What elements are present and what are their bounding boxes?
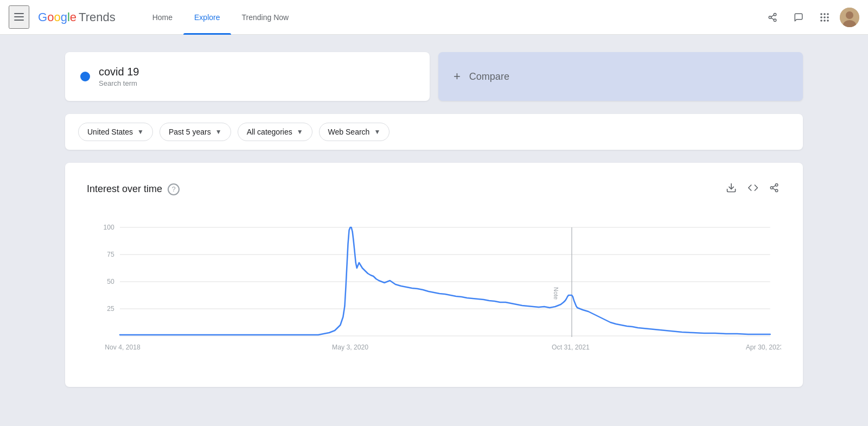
svg-line-7 xyxy=(771,15,774,16)
svg-point-14 xyxy=(820,20,822,22)
nav-explore[interactable]: Explore xyxy=(183,0,231,35)
chart-title: Interest over time xyxy=(87,183,162,195)
header-right xyxy=(762,7,859,28)
feedback-button[interactable] xyxy=(788,7,809,28)
interest-over-time-chart: 100 75 50 25 Note Nov 4, 2018 May 3, 202… xyxy=(87,211,781,363)
chart-header: Interest over time ? xyxy=(87,180,781,198)
svg-point-8 xyxy=(820,13,822,15)
time-filter[interactable]: Past 5 years ▼ xyxy=(159,123,231,141)
svg-rect-2 xyxy=(14,20,24,21)
time-dropdown-arrow: ▼ xyxy=(215,128,222,136)
search-term: covid 19 xyxy=(99,66,139,78)
download-button[interactable] xyxy=(724,180,739,198)
svg-point-16 xyxy=(827,20,829,22)
svg-point-10 xyxy=(827,13,829,15)
svg-text:Nov 4, 2018: Nov 4, 2018 xyxy=(105,344,141,351)
svg-rect-1 xyxy=(14,16,24,17)
embed-button[interactable] xyxy=(745,180,761,198)
search-term-subtitle: Search term xyxy=(99,79,139,87)
svg-point-12 xyxy=(824,16,826,18)
main-nav: Home Explore Trending Now xyxy=(142,0,299,35)
menu-button[interactable] xyxy=(9,5,29,29)
chart-actions xyxy=(724,180,781,198)
svg-point-13 xyxy=(827,16,829,18)
time-filter-label: Past 5 years xyxy=(169,128,211,136)
filter-row: United States ▼ Past 5 years ▼ All categ… xyxy=(65,114,803,150)
header-left: Google Trends Home Explore Trending Now xyxy=(9,0,299,35)
svg-point-11 xyxy=(820,16,822,18)
chart-share-button[interactable] xyxy=(767,181,781,198)
region-filter-label: United States xyxy=(87,128,133,136)
svg-text:Oct 31, 2021: Oct 31, 2021 xyxy=(552,344,590,351)
nav-home[interactable]: Home xyxy=(142,0,183,35)
main-content: covid 19 Search term + Compare United St… xyxy=(0,35,868,404)
svg-point-18 xyxy=(846,11,853,19)
apps-button[interactable] xyxy=(814,7,835,28)
search-type-dropdown-arrow: ▼ xyxy=(374,128,380,136)
svg-line-24 xyxy=(773,188,775,190)
help-icon[interactable]: ? xyxy=(168,183,180,195)
search-type-filter[interactable]: Web Search ▼ xyxy=(319,123,390,141)
svg-text:May 3, 2020: May 3, 2020 xyxy=(332,344,368,351)
logo-trends-text: Trends xyxy=(79,10,116,24)
chart-title-row: Interest over time ? xyxy=(87,183,180,195)
share-button[interactable] xyxy=(762,7,783,28)
svg-text:75: 75 xyxy=(107,251,114,258)
category-dropdown-arrow: ▼ xyxy=(297,128,303,136)
category-filter[interactable]: All categories ▼ xyxy=(238,123,312,141)
svg-text:50: 50 xyxy=(107,278,114,285)
search-dot-indicator xyxy=(80,72,90,81)
search-row: covid 19 Search term + Compare xyxy=(65,52,803,101)
svg-text:100: 100 xyxy=(103,224,114,231)
search-type-filter-label: Web Search xyxy=(328,128,370,136)
svg-point-9 xyxy=(824,13,826,15)
chart-container: 100 75 50 25 Note Nov 4, 2018 May 3, 202… xyxy=(87,211,781,365)
compare-plus-icon: + xyxy=(454,69,461,84)
region-dropdown-arrow: ▼ xyxy=(137,128,144,136)
compare-label: Compare xyxy=(469,71,509,82)
chart-card: Interest over time ? xyxy=(65,163,803,387)
category-filter-label: All categories xyxy=(247,128,292,136)
search-text-group: covid 19 Search term xyxy=(99,66,139,87)
svg-point-15 xyxy=(824,20,826,22)
svg-text:Apr 30, 2023: Apr 30, 2023 xyxy=(746,344,781,351)
search-card: covid 19 Search term xyxy=(65,52,430,101)
svg-line-25 xyxy=(773,186,775,187)
help-label: ? xyxy=(171,185,175,193)
svg-text:25: 25 xyxy=(107,305,114,313)
compare-card[interactable]: + Compare xyxy=(438,52,803,101)
svg-text:Note: Note xyxy=(553,287,559,300)
google-trends-logo[interactable]: Google Trends xyxy=(38,10,116,24)
user-avatar[interactable] xyxy=(840,8,859,27)
region-filter[interactable]: United States ▼ xyxy=(78,123,153,141)
header: Google Trends Home Explore Trending Now xyxy=(0,0,868,35)
svg-line-6 xyxy=(771,18,774,20)
svg-rect-0 xyxy=(14,13,24,14)
nav-trending-now[interactable]: Trending Now xyxy=(231,0,300,35)
